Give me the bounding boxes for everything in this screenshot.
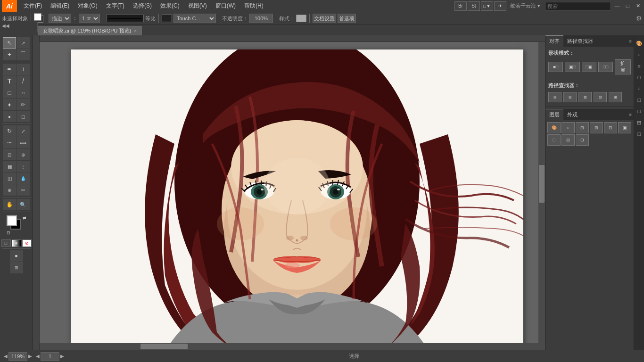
bridge-icon[interactable]: Br <box>454 1 467 11</box>
swap-colors-icon[interactable]: ⇄ <box>23 215 26 220</box>
layers-menu-icon[interactable]: ≡ <box>627 111 634 118</box>
horizontal-scroll-thumb[interactable] <box>140 344 188 349</box>
gradient-mode-icon[interactable]: ■ <box>12 239 21 247</box>
slice-tool[interactable]: ✂ <box>17 184 30 196</box>
square-btn[interactable]: □ <box>547 134 561 146</box>
rotate-tool[interactable]: ↻ <box>3 125 16 137</box>
warp-tool[interactable]: 〜 <box>3 137 16 148</box>
share-icon[interactable]: ✈ <box>494 1 506 11</box>
foreground-color-swatch[interactable] <box>7 215 17 226</box>
pen-tool[interactable]: ✒ <box>3 64 16 75</box>
crop-btn[interactable]: ⊡ <box>594 92 607 102</box>
divide-btn[interactable]: ⊞ <box>548 92 561 102</box>
expand-button[interactable]: 扩展 <box>615 59 631 74</box>
default-colors-icon[interactable]: ⊟ <box>7 230 10 235</box>
layers-panel-icon[interactable]: □ <box>635 130 644 138</box>
merge-btn[interactable]: ⊠ <box>578 92 592 102</box>
curvature-tool[interactable]: ⌇ <box>17 64 30 75</box>
preferences-button[interactable]: 首选项 <box>338 14 356 23</box>
menu-window[interactable]: 窗口(W) <box>212 1 239 11</box>
blob-brush-tool[interactable]: ● <box>3 111 16 122</box>
close-button[interactable]: ✕ <box>634 2 642 10</box>
blend-tool[interactable]: ⊕ <box>3 184 16 196</box>
vertical-scroll-thumb[interactable] <box>539 165 545 203</box>
gradient-panel-icon[interactable]: ≡ <box>635 62 644 70</box>
align-left-btn[interactable]: ⊟ <box>576 122 589 133</box>
collapse-icon[interactable]: ◀◀ <box>0 22 38 33</box>
select-tool[interactable]: ↖ <box>3 37 16 49</box>
stock-icon[interactable]: St <box>468 1 480 11</box>
zoom-tool[interactable]: 🔍 <box>17 199 30 210</box>
menu-edit[interactable]: 编辑(E) <box>47 1 73 11</box>
panel-menu-icon[interactable]: ≡ <box>627 38 634 45</box>
align-right-btn[interactable]: ⊡ <box>604 122 617 133</box>
normal-draw-mode[interactable]: ■ <box>10 250 23 262</box>
colorize-btn[interactable]: 🎨 <box>547 122 561 133</box>
mesh-tool[interactable]: ⋮ <box>17 161 30 172</box>
menu-file[interactable]: 文件(F) <box>20 1 46 11</box>
align-center-btn[interactable]: ⊞ <box>590 122 603 133</box>
stroke-type-select[interactable]: 描边 <box>49 14 71 23</box>
style-swatch[interactable] <box>296 15 306 22</box>
eraser-tool[interactable]: ◻ <box>17 111 30 122</box>
stroke-panel-icon[interactable]: ○ <box>635 50 644 59</box>
gradient-tool[interactable]: ◫ <box>3 173 16 184</box>
free-transform-tool[interactable]: ⊡ <box>3 149 16 160</box>
next-artboard-btn[interactable]: ▶ <box>28 354 32 359</box>
direct-select-tool[interactable]: ↗ <box>17 37 30 49</box>
opacity-input[interactable]: 100% <box>249 14 273 23</box>
rect-tool[interactable]: □ <box>3 87 16 99</box>
search-input[interactable] <box>545 2 611 10</box>
menu-effect[interactable]: 效果(C) <box>157 1 183 11</box>
vertical-scrollbar[interactable] <box>538 42 545 350</box>
menu-text[interactable]: 文字(T) <box>102 1 128 11</box>
menu-object[interactable]: 对象(O) <box>74 1 101 11</box>
color-panel-icon[interactable]: 🎨 <box>635 39 644 48</box>
minus-front-btn[interactable]: ▣□ <box>565 62 579 72</box>
intersect-btn[interactable]: □▣ <box>582 62 596 72</box>
stroke-weight-select[interactable]: 1 pt <box>79 14 100 23</box>
eyedropper-tool[interactable]: 💧 <box>17 173 30 184</box>
grid-btn[interactable]: ⊞ <box>561 134 575 146</box>
circle-btn[interactable]: ○ <box>561 122 575 133</box>
symbol-panel-icon[interactable]: ⊞ <box>635 118 644 127</box>
ellipse-tool[interactable]: ○ <box>17 87 30 99</box>
prev-page-btn[interactable]: ◀ <box>36 354 40 359</box>
touch-color-select[interactable]: Touch C... <box>173 14 216 23</box>
workspace-icon[interactable]: □▼ <box>481 1 493 11</box>
document-tab[interactable]: 女歌唱家.ai @ 119% (RGB/GPU 预览) × <box>38 26 142 35</box>
tab-close-button[interactable]: × <box>134 28 137 33</box>
unite-btn[interactable]: ■□ <box>548 62 563 72</box>
pathfinder-tab[interactable]: 路径查找器 <box>563 35 597 47</box>
artboard-input[interactable]: 1 <box>41 352 59 361</box>
horizontal-scrollbar[interactable] <box>40 343 545 350</box>
minimize-button[interactable]: — <box>613 2 621 10</box>
width-tool[interactable]: ⟺ <box>17 137 30 148</box>
line-tool[interactable]: / <box>17 75 30 87</box>
symbol-tool[interactable]: ⊛ <box>17 149 30 160</box>
zoom-input[interactable]: 119% <box>8 352 27 361</box>
lasso-tool[interactable]: ⌒ <box>17 49 30 60</box>
outline-btn[interactable]: ⊞ <box>609 92 622 102</box>
touch-color-swatch[interactable] <box>162 15 172 22</box>
distribute-btn[interactable]: ▣ <box>618 122 631 133</box>
appearance-panel-icon[interactable]: ○ <box>635 84 644 93</box>
doc-settings-button[interactable]: 文档设置 <box>313 14 336 23</box>
maximize-button[interactable]: □ <box>623 2 632 10</box>
transform-btn[interactable]: ⊡ <box>576 134 589 146</box>
transform-panel-icon[interactable]: □ <box>635 107 644 115</box>
pencil-tool[interactable]: ✏ <box>17 99 30 110</box>
menu-view[interactable]: 视图(V) <box>184 1 211 11</box>
prev-artboard-btn[interactable]: ◀ <box>4 354 8 359</box>
next-page-btn[interactable]: ▶ <box>60 354 64 359</box>
fill-swatch[interactable] <box>34 13 41 21</box>
align-panel-icon[interactable]: □ <box>635 96 644 104</box>
layers-tab[interactable]: 图层 <box>545 109 563 120</box>
transparency-panel-icon[interactable]: □ <box>635 73 644 82</box>
exclude-btn[interactable]: □□ <box>598 62 613 72</box>
brush-tool[interactable]: ♦ <box>3 99 16 110</box>
align-tab[interactable]: 对齐 <box>545 35 563 47</box>
menu-select[interactable]: 选择(S) <box>129 1 156 11</box>
graph-tool[interactable]: ▦ <box>3 161 16 172</box>
scale-tool[interactable]: ⤢ <box>17 125 30 137</box>
